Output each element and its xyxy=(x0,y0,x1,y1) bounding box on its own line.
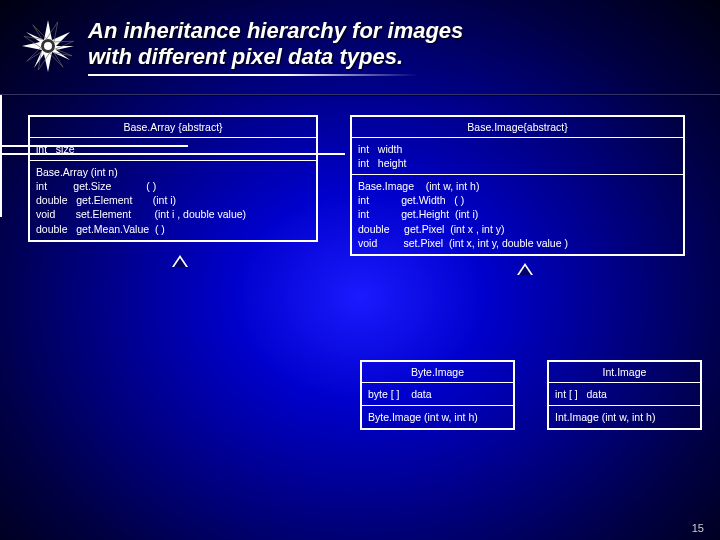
class-attributes: int width int height xyxy=(352,138,683,175)
class-methods: Byte.Image (int w, int h) xyxy=(362,406,513,428)
class-box-intimage: Int.Image int [ ] data Int.Image (int w,… xyxy=(547,360,702,430)
title-line-1: An inheritance hierarchy for images xyxy=(88,18,700,44)
starburst-icon xyxy=(20,18,76,74)
slide-header: An inheritance hierarchy for images with… xyxy=(0,0,720,82)
title-line-2: with different pixel data types. xyxy=(88,44,700,70)
class-title: Int.Image xyxy=(549,362,700,383)
page-number: 15 xyxy=(692,522,704,534)
title-underline xyxy=(88,74,418,76)
class-box-baseimage: Base.Image{abstract} int width int heigh… xyxy=(350,115,685,256)
class-attributes: int [ ] data xyxy=(549,383,700,406)
class-methods: Base.Image (int w, int h) int get.Width … xyxy=(352,175,683,254)
slide-title: An inheritance hierarchy for images with… xyxy=(88,18,700,76)
class-title: Byte.Image xyxy=(362,362,513,383)
svg-point-3 xyxy=(44,42,52,50)
diagram-area: Base.Array {abstract} int size Base.Arra… xyxy=(0,95,720,515)
class-methods: Int.Image (int w, int h) xyxy=(549,406,700,428)
inheritance-connector-subclasses-baseimage xyxy=(0,95,188,217)
class-box-byteimage: Byte.Image byte [ ] data Byte.Image (int… xyxy=(360,360,515,430)
class-title: Base.Image{abstract} xyxy=(352,117,683,138)
class-attributes: byte [ ] data xyxy=(362,383,513,406)
